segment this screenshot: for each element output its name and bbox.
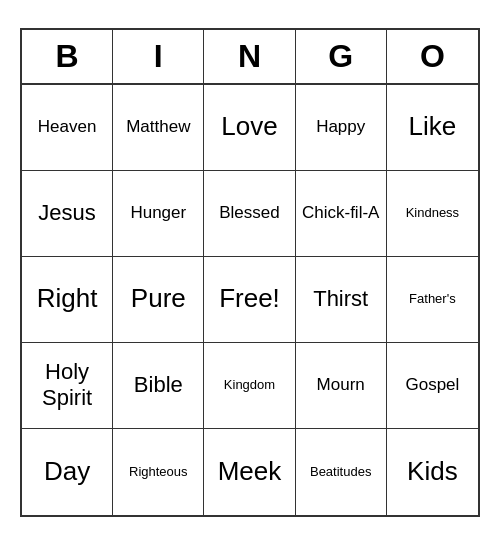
bingo-cell: Heaven [22,85,113,171]
bingo-cell: Hunger [113,171,204,257]
cell-text: Free! [219,283,280,314]
cell-text: Kingdom [224,377,275,393]
cell-text: Like [409,111,457,142]
cell-text: Gospel [405,375,459,395]
cell-text: Happy [316,117,365,137]
cell-text: Thirst [313,286,368,312]
bingo-card: BINGO HeavenMatthewLoveHappyLikeJesusHun… [20,28,480,517]
header-letter: B [22,30,113,83]
bingo-cell: Pure [113,257,204,343]
cell-text: Kindness [406,205,459,221]
bingo-cell: Gospel [387,343,478,429]
bingo-cell: Righteous [113,429,204,515]
bingo-cell: Kindness [387,171,478,257]
cell-text: Pure [131,283,186,314]
cell-text: Heaven [38,117,97,137]
header-letter: O [387,30,478,83]
cell-text: HolySpirit [42,359,92,412]
bingo-cell: Meek [204,429,295,515]
header-letter: G [296,30,387,83]
cell-text: Chick-fil-A [302,203,379,223]
bingo-cell: Father's [387,257,478,343]
bingo-cell: Mourn [296,343,387,429]
bingo-cell: Bible [113,343,204,429]
bingo-cell: HolySpirit [22,343,113,429]
cell-text: Bible [134,372,183,398]
cell-text: Hunger [130,203,186,223]
cell-text: Love [221,111,277,142]
cell-text: Right [37,283,98,314]
cell-text: Mourn [317,375,365,395]
bingo-cell: Chick-fil-A [296,171,387,257]
bingo-cell: Like [387,85,478,171]
bingo-cell: Kids [387,429,478,515]
bingo-cell: Kingdom [204,343,295,429]
cell-text: Jesus [38,200,95,226]
bingo-grid: HeavenMatthewLoveHappyLikeJesusHungerBle… [22,85,478,515]
cell-text: Father's [409,291,456,307]
cell-text: Righteous [129,464,188,480]
cell-text: Matthew [126,117,190,137]
bingo-cell: Beatitudes [296,429,387,515]
cell-text: Day [44,456,90,487]
bingo-cell: Right [22,257,113,343]
cell-text: Kids [407,456,458,487]
bingo-cell: Thirst [296,257,387,343]
header-letter: N [204,30,295,83]
bingo-cell: Day [22,429,113,515]
bingo-header: BINGO [22,30,478,85]
cell-text: Beatitudes [310,464,371,480]
bingo-cell: Jesus [22,171,113,257]
bingo-cell: Blessed [204,171,295,257]
bingo-cell: Free! [204,257,295,343]
cell-text: Meek [218,456,282,487]
cell-text: Blessed [219,203,279,223]
bingo-cell: Love [204,85,295,171]
bingo-cell: Happy [296,85,387,171]
header-letter: I [113,30,204,83]
bingo-cell: Matthew [113,85,204,171]
